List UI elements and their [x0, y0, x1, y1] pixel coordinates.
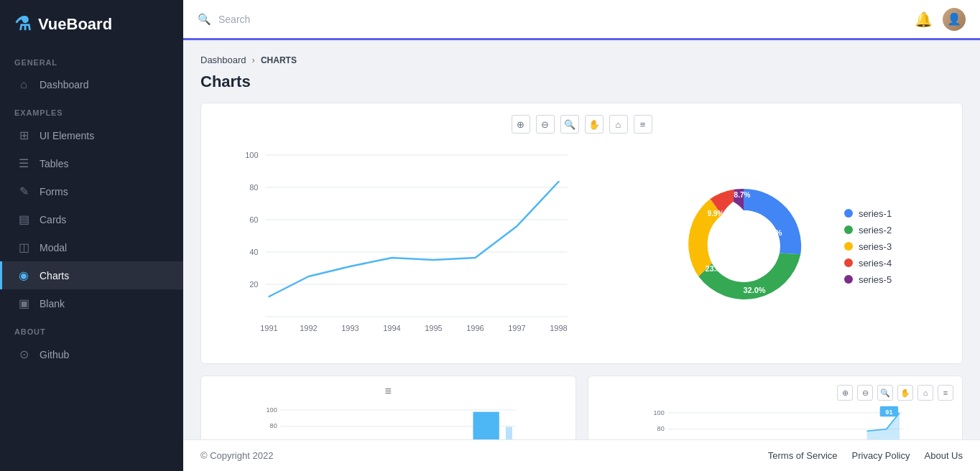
sidebar-item-label: Tables — [40, 158, 68, 169]
svg-text:8.7%: 8.7% — [734, 191, 750, 199]
sidebar-item-charts[interactable]: ◉ Charts — [0, 261, 183, 289]
legend-item-series2: series-2 — [844, 225, 892, 236]
menu-button[interactable]: ≡ — [634, 115, 652, 134]
sidebar: ⚗ VueBoard GENERAL ⌂ Dashboard Examples … — [0, 0, 183, 471]
zoom-out-btn-right[interactable]: ⊖ — [857, 385, 873, 401]
examples-section-label: Examples — [0, 98, 183, 121]
breadcrumb: Dashboard › CHARTS — [200, 55, 963, 65]
legend-dot-series1 — [844, 209, 853, 218]
sidebar-item-dashboard[interactable]: ⌂ Dashboard — [0, 71, 183, 98]
github-icon: ⊙ — [17, 348, 31, 361]
zoom-in-btn-right[interactable]: ⊕ — [837, 385, 853, 401]
chart-toolbar: ⊕ ⊖ 🔍 ✋ ⌂ ≡ — [213, 115, 951, 134]
zoom-in-button[interactable]: ⊕ — [512, 115, 530, 134]
sidebar-item-label: Dashboard — [40, 79, 89, 90]
legend-dot-series4 — [844, 258, 853, 267]
svg-text:1991: 1991 — [260, 324, 277, 332]
legend-item-series4: series-4 — [844, 258, 892, 269]
breadcrumb-parent[interactable]: Dashboard — [200, 55, 246, 65]
legend-item-series3: series-3 — [844, 241, 892, 252]
topbar: 🔍 🔔 👤 — [183, 0, 980, 40]
bottom-chart-left: ≡ 100 80 — [200, 376, 576, 439]
home-btn-right[interactable]: ⌂ — [917, 385, 933, 401]
zoom-out-button[interactable]: ⊖ — [536, 115, 555, 134]
menu-btn-right[interactable]: ≡ — [938, 385, 953, 401]
bell-icon[interactable]: 🔔 — [915, 11, 933, 28]
svg-text:23.8%: 23.8% — [705, 264, 727, 273]
sidebar-item-label: Blank — [40, 298, 65, 309]
legend-label-series1: series-1 — [859, 208, 892, 219]
bottom-charts-row: ≡ 100 80 ⊕ ⊖ 🔍 — [200, 376, 963, 439]
svg-text:1995: 1995 — [425, 324, 442, 332]
chart-icon: ◉ — [17, 269, 31, 282]
svg-text:20: 20 — [249, 280, 258, 289]
blank-icon: ▣ — [17, 297, 31, 310]
pan-button[interactable]: ✋ — [585, 115, 604, 134]
svg-text:1998: 1998 — [550, 324, 567, 332]
home-reset-button[interactable]: ⌂ — [609, 115, 628, 134]
content-area: Dashboard › CHARTS Charts ⊕ ⊖ 🔍 ✋ ⌂ ≡ — [183, 40, 980, 439]
line-chart-svg: 100 80 60 40 20 1991 1992 1993 1994 1995… — [213, 141, 591, 349]
privacy-link[interactable]: Privacy Policy — [852, 450, 910, 461]
avatar[interactable]: 👤 — [943, 8, 966, 31]
sidebar-item-modal[interactable]: ◫ Modal — [0, 233, 183, 261]
bar-chart-right-svg: 100 80 91 — [597, 405, 954, 439]
pan-btn-right[interactable]: ✋ — [897, 385, 913, 401]
main-content: 🔍 🔔 👤 Dashboard › CHARTS Charts ⊕ ⊖ 🔍 ✋ … — [183, 0, 980, 471]
sidebar-item-label: Forms — [40, 186, 68, 197]
svg-text:32.0%: 32.0% — [743, 286, 765, 294]
sidebar-item-cards[interactable]: ▤ Cards — [0, 205, 183, 233]
sidebar-item-tables[interactable]: ☰ Tables — [0, 149, 183, 177]
sidebar-item-ui-elements[interactable]: ⊞ UI Elements — [0, 121, 183, 149]
svg-text:40: 40 — [249, 248, 258, 256]
footer-links: Terms of Service Privacy Policy About Us — [768, 450, 963, 461]
sidebar-item-blank[interactable]: ▣ Blank — [0, 289, 183, 317]
logo-icon: ⚗ — [14, 13, 31, 35]
donut-chart-wrap: 25.6% 32.0% 23.8% 9.9% 8.7% series-1 — [606, 141, 951, 352]
sidebar-item-label: UI Elements — [40, 130, 94, 141]
app-title: VueBoard — [38, 15, 112, 34]
modal-icon: ◫ — [17, 241, 31, 254]
sidebar-item-forms[interactable]: ✎ Forms — [0, 177, 183, 205]
legend-label-series4: series-4 — [859, 258, 892, 269]
svg-text:1993: 1993 — [341, 324, 359, 332]
legend-label-series5: series-5 — [859, 274, 892, 285]
about-link[interactable]: About Us — [925, 450, 963, 461]
svg-text:80: 80 — [249, 183, 258, 192]
svg-text:100: 100 — [267, 406, 277, 414]
legend-item-series1: series-1 — [844, 208, 892, 219]
donut-legend: series-1 series-2 series-3 series-4 — [844, 208, 892, 285]
legend-dot-series3 — [844, 242, 853, 251]
bottom-chart-toolbar: ⊕ ⊖ 🔍 ✋ ⌂ ≡ — [597, 385, 954, 401]
logo: ⚗ VueBoard — [0, 0, 183, 48]
grid-icon: ⊞ — [17, 129, 31, 142]
svg-text:1994: 1994 — [383, 324, 400, 332]
cards-icon: ▤ — [17, 213, 31, 226]
topbar-right: 🔔 👤 — [915, 8, 966, 31]
terms-link[interactable]: Terms of Service — [768, 450, 838, 461]
sidebar-item-label: Charts — [40, 270, 69, 281]
sidebar-item-label: Cards — [40, 214, 66, 225]
svg-text:80: 80 — [657, 425, 664, 432]
breadcrumb-current: CHARTS — [261, 55, 297, 65]
svg-text:91: 91 — [885, 409, 892, 416]
zoom-reset-btn-right[interactable]: 🔍 — [877, 385, 893, 401]
svg-text:1996: 1996 — [466, 324, 484, 332]
svg-text:80: 80 — [270, 422, 277, 429]
main-chart-card: ⊕ ⊖ 🔍 ✋ ⌂ ≡ — [200, 103, 963, 364]
svg-text:1997: 1997 — [508, 324, 525, 332]
svg-text:60: 60 — [249, 215, 258, 224]
breadcrumb-separator: › — [252, 55, 255, 65]
table-icon: ☰ — [17, 157, 31, 170]
bar-chart-left-svg: 100 80 — [210, 402, 567, 439]
zoom-reset-button[interactable]: 🔍 — [560, 115, 579, 134]
about-section-label: About — [0, 317, 183, 340]
menu-icon-left[interactable]: ≡ — [385, 385, 392, 398]
search-input[interactable] — [218, 14, 907, 25]
sidebar-item-github[interactable]: ⊙ Github — [0, 340, 183, 368]
donut-chart-svg: 25.6% 32.0% 23.8% 9.9% 8.7% — [665, 167, 823, 325]
legend-item-series5: series-5 — [844, 274, 892, 285]
svg-marker-35 — [866, 413, 899, 439]
legend-dot-series5 — [844, 275, 853, 284]
legend-label-series2: series-2 — [859, 225, 892, 236]
